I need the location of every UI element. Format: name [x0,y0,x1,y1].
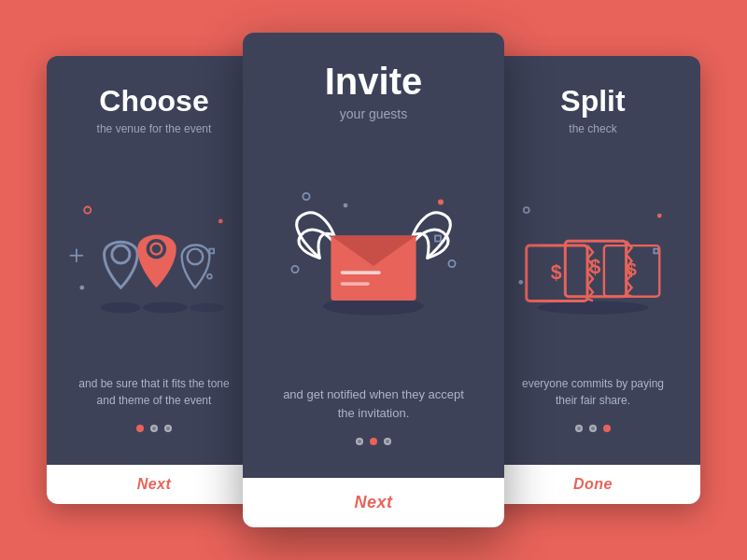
card-invite-description: and get notified when they accept the in… [261,376,486,427]
card-invite-title: Invite [325,61,422,103]
card-invite-footer: Next [243,478,504,527]
invite-svg [261,140,486,376]
card-invite-illustration [261,140,486,376]
card-split-dots [575,413,611,446]
dot-3 [603,425,611,432]
svg-point-7 [190,303,225,313]
svg-point-11 [188,249,204,265]
svg-point-27 [518,280,523,285]
card-choose-description: and be sure that it fits the tone and th… [65,366,243,413]
dot-1 [575,425,583,432]
svg-point-17 [291,266,298,273]
invite-next-button[interactable]: Next [354,493,392,512]
card-invite: Invite your guests [243,33,504,527]
svg-point-6 [143,302,188,314]
dot-2 [370,438,377,445]
card-choose-illustration [65,154,243,366]
cards-container: Choose the venue for the event [19,19,728,541]
svg-point-24 [524,207,529,213]
card-split-body: Split the check $ [486,56,700,465]
svg-point-16 [448,260,455,267]
svg-point-8 [112,245,130,263]
card-choose-dots [136,413,172,446]
svg-text:$: $ [627,259,637,279]
choose-svg [65,154,243,366]
svg-point-28 [538,301,649,314]
card-choose-body: Choose the venue for the event [47,56,261,465]
card-choose: Choose the venue for the event [47,56,261,504]
dot-2 [589,425,597,432]
svg-rect-26 [654,249,658,254]
card-split-illustration: $ $ $ [504,154,682,366]
svg-text:$: $ [551,261,562,284]
card-invite-body: Invite your guests [243,33,504,478]
svg-rect-18 [435,236,441,242]
svg-rect-4 [209,249,214,254]
svg-point-14 [303,193,309,200]
card-split-title: Split [560,84,625,119]
svg-point-19 [344,203,348,208]
card-split-subtitle: the check [569,122,616,135]
dot-1 [136,425,144,432]
svg-point-2 [207,274,212,279]
card-invite-dots [356,427,391,459]
card-split-description: everyone commits by paying their fair sh… [504,366,682,413]
dot-1 [356,438,363,445]
choose-next-button[interactable]: Next [137,476,172,493]
svg-point-9 [147,239,166,259]
split-svg: $ $ $ [504,154,682,366]
card-invite-subtitle: your guests [340,106,407,121]
card-split-footer: Done [486,465,700,504]
card-choose-footer: Next [47,465,261,504]
svg-text:$: $ [589,256,600,278]
svg-point-1 [218,219,223,224]
svg-point-0 [84,207,91,214]
svg-point-25 [657,214,662,218]
svg-point-15 [438,200,444,205]
dot-3 [384,438,391,445]
card-choose-title: Choose [99,84,208,119]
card-split: Split the check $ [486,56,700,504]
dot-2 [150,425,158,432]
split-done-button[interactable]: Done [573,476,613,493]
svg-point-3 [79,286,84,290]
card-choose-subtitle: the venue for the event [97,122,212,135]
svg-point-5 [101,302,141,314]
dot-3 [164,425,172,432]
